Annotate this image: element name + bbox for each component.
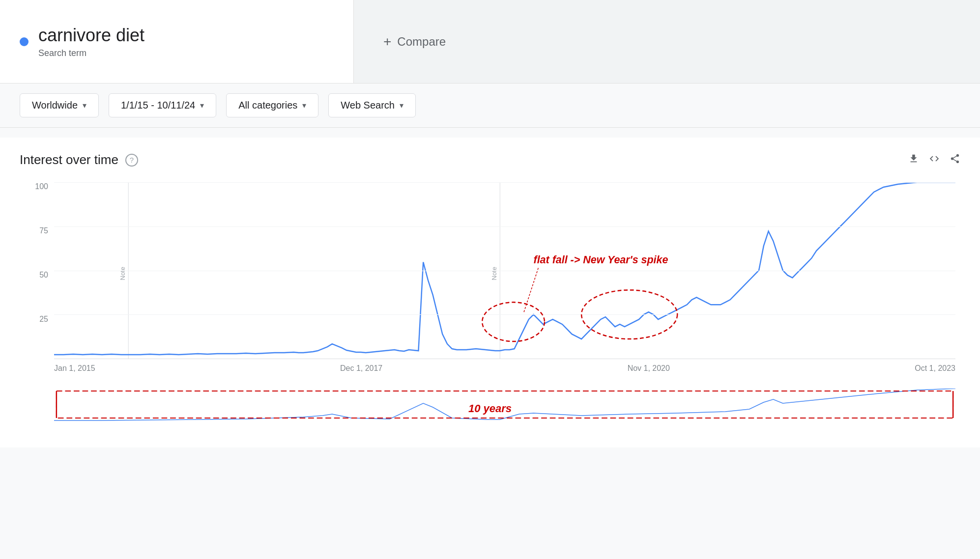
svg-text:Note: Note (119, 267, 127, 280)
category-filter[interactable]: All categories ▾ (226, 93, 318, 117)
location-filter[interactable]: Worldwide ▾ (20, 93, 99, 117)
location-arrow-icon: ▾ (83, 101, 86, 110)
chart-title-text: Interest over time (20, 152, 118, 168)
grid-line-25 (54, 314, 955, 315)
chart-container: 100 75 50 25 Note Note (25, 182, 955, 389)
y-label-25: 25 (39, 315, 48, 324)
search-term-box: carnivore diet Search term (0, 0, 354, 83)
x-label-2015: Jan 1, 2015 (54, 364, 95, 373)
embed-button[interactable] (929, 153, 940, 167)
search-type-filter[interactable]: Web Search ▾ (328, 93, 416, 117)
chart-area: Note Note flat fall -> New Year's spike (54, 182, 955, 359)
x-label-2020: Nov 1, 2020 (628, 364, 670, 373)
search-type-arrow-icon: ▾ (400, 101, 404, 110)
compare-plus-icon: + (383, 34, 391, 50)
top-section: carnivore diet Search term + Compare (0, 0, 980, 84)
filters-bar: Worldwide ▾ 1/1/15 - 10/11/24 ▾ All cate… (0, 84, 980, 128)
ten-years-label: 10 years (468, 402, 512, 415)
compare-box[interactable]: + Compare (354, 0, 980, 83)
y-label-100: 100 (35, 182, 48, 191)
chart-actions (908, 153, 960, 167)
chart-header: Interest over time ? (20, 152, 960, 168)
compare-label: Compare (397, 35, 446, 49)
chart-title-group: Interest over time ? (20, 152, 138, 168)
share-button[interactable] (950, 153, 960, 167)
x-label-2023: Oct 1, 2023 (915, 364, 955, 373)
date-arrow-icon: ▾ (200, 101, 204, 110)
y-label-75: 75 (39, 226, 48, 235)
help-icon[interactable]: ? (125, 154, 138, 167)
x-label-2017: Dec 1, 2017 (340, 364, 382, 373)
y-axis: 100 75 50 25 (25, 182, 54, 359)
search-term-type: Search term (38, 48, 144, 58)
search-type-label: Web Search (341, 100, 395, 111)
y-label-50: 50 (39, 271, 48, 280)
x-axis: Jan 1, 2015 Dec 1, 2017 Nov 1, 2020 Oct … (54, 359, 955, 389)
grid-line-75 (54, 226, 955, 227)
date-filter[interactable]: 1/1/15 - 10/11/24 ▾ (109, 93, 216, 117)
date-label: 1/1/15 - 10/11/24 (121, 100, 195, 111)
compare-button[interactable]: + Compare (383, 34, 446, 50)
search-term-text: carnivore diet Search term (38, 25, 144, 58)
search-term-title: carnivore diet (38, 25, 144, 46)
location-label: Worldwide (32, 100, 78, 111)
chart-section: Interest over time ? 100 75 50 25 (0, 138, 980, 447)
download-button[interactable] (908, 153, 919, 167)
grid-line-100 (54, 182, 955, 183)
search-term-dot (20, 37, 29, 46)
grid-line-50 (54, 271, 955, 271)
category-label: All categories (238, 100, 297, 111)
minimap-section[interactable]: 10 years (25, 389, 955, 428)
category-arrow-icon: ▾ (302, 101, 306, 110)
svg-text:Note: Note (491, 267, 498, 280)
